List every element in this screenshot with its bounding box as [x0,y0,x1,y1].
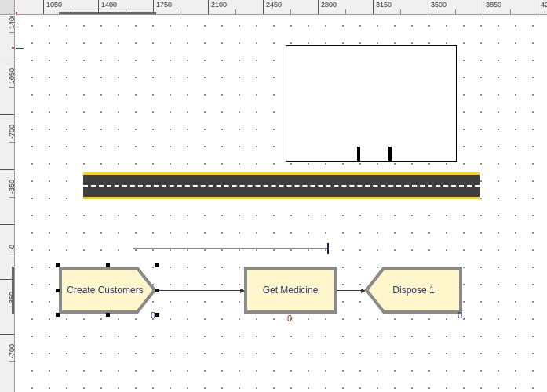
ruler-h-selection [59,12,156,15]
ruler-v-selection [12,267,15,314]
ruler-h-caret [16,12,17,15]
process-wip-count: 0 [287,314,292,323]
ruler-h-label: 1050 [46,1,62,9]
dot-grid [16,16,547,392]
dispose-module[interactable]: Dispose 1 [365,267,462,314]
road-path[interactable] [83,172,480,199]
ruler-vertical[interactable]: 1400 1050 -700 -350 0 350 -700 [0,16,15,392]
ruler-v-label: -700 [8,125,15,139]
ruler-corner [0,0,15,15]
connector-process-dispose[interactable] [337,290,365,291]
canvas[interactable]: Create Customers 0 Get Medicine 0 Dispos… [16,16,547,392]
ruler-h-label: 1400 [101,1,117,9]
animation-container[interactable] [286,45,457,162]
container-foot [357,147,360,161]
ruler-v-label: -350 [8,180,15,194]
ruler-h-label: 2100 [211,1,227,9]
selection-handles[interactable] [57,265,158,315]
ruler-v-caret [12,47,15,49]
road-lane [83,175,480,197]
container-foot [388,147,392,161]
ruler-v-label: 1400 [8,16,15,29]
ruler-v-label: -700 [8,344,15,358]
ruler-v-label: 1050 [8,68,15,84]
editor-root: 1050 1400 1750 2100 2450 2800 3150 3500 … [0,0,547,392]
dispose-enter-count: 0 [458,310,462,320]
ruler-horizontal[interactable]: 1050 1400 1750 2100 2450 2800 3150 3500 … [16,0,547,15]
ruler-h-label: 2800 [321,1,337,9]
ruler-h-label: 3850 [486,1,501,9]
process-module[interactable]: Get Medicine [244,267,337,314]
process-module-label: Get Medicine [244,267,337,314]
timeline-end-tick [327,243,329,254]
ruler-h-label: 3150 [376,1,392,9]
ruler-h-label: 2450 [266,1,282,9]
ruler-h-label: 3500 [431,1,447,9]
guide-horizontal[interactable] [16,48,24,49]
ruler-v-label: 0 [8,245,15,249]
timeline-axis[interactable] [133,248,328,249]
ruler-h-label: 1750 [156,1,172,9]
connector-create-process[interactable] [156,290,244,291]
dispose-module-label: Dispose 1 [365,267,462,314]
ruler-h-label: 4200 [541,1,547,9]
